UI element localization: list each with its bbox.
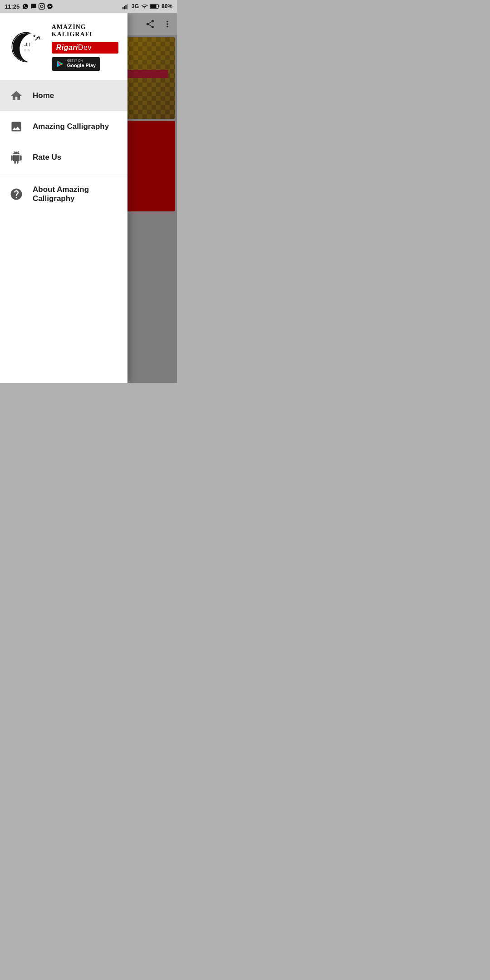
svg-rect-6 bbox=[150, 5, 156, 8]
rigari-text: RigariDev bbox=[56, 44, 92, 51]
svg-rect-1 bbox=[124, 6, 125, 9]
home-icon-container bbox=[9, 88, 24, 103]
drawer-menu: Home Amazing Calligraphy Rate Us bbox=[0, 80, 127, 383]
get-it-on-text: GET IT ON bbox=[67, 59, 96, 63]
amazing-calligraphy-label: Amazing Calligraphy bbox=[33, 122, 109, 131]
google-play-text: GET IT ON Google Play bbox=[67, 59, 96, 69]
navigation-drawer: الله ☆ ☆ ★ AMAZING KALIGRAFI RigariDev bbox=[0, 13, 127, 383]
svg-rect-5 bbox=[158, 5, 159, 8]
store-name-text: Google Play bbox=[67, 63, 96, 69]
google-play-icon bbox=[56, 60, 64, 68]
app-logo: الله ☆ ☆ ★ bbox=[9, 27, 44, 68]
drawer-header: الله ☆ ☆ ★ AMAZING KALIGRAFI RigariDev bbox=[0, 13, 127, 80]
chat-icon bbox=[30, 3, 37, 10]
wifi-icon bbox=[141, 3, 148, 10]
drawer-header-right: AMAZING KALIGRAFI RigariDev bbox=[52, 24, 118, 71]
menu-item-rate-us[interactable]: Rate Us bbox=[0, 142, 127, 173]
signal-icon bbox=[122, 3, 130, 10]
whatsapp-icon bbox=[22, 3, 29, 10]
app-title: AMAZING KALIGRAFI bbox=[52, 24, 118, 38]
status-icons bbox=[22, 3, 53, 10]
home-icon bbox=[10, 89, 23, 102]
svg-rect-2 bbox=[125, 5, 126, 10]
help-icon-container bbox=[9, 187, 24, 201]
status-time: 11:25 bbox=[5, 3, 20, 10]
network-type: 3G bbox=[132, 3, 139, 10]
menu-item-amazing-calligraphy[interactable]: Amazing Calligraphy bbox=[0, 111, 127, 142]
menu-item-home[interactable]: Home bbox=[0, 80, 127, 111]
photo-icon bbox=[10, 120, 23, 133]
status-right: 3G 80% bbox=[122, 3, 172, 10]
svg-rect-0 bbox=[122, 7, 123, 10]
menu-divider bbox=[0, 175, 127, 175]
battery-icon bbox=[150, 3, 160, 10]
instagram-icon bbox=[39, 3, 45, 10]
android-icon bbox=[10, 151, 23, 164]
messenger-icon bbox=[47, 3, 53, 10]
svg-text:الله: الله bbox=[24, 42, 30, 47]
android-icon-container bbox=[9, 150, 24, 165]
home-label: Home bbox=[33, 91, 54, 100]
photo-icon-container bbox=[9, 119, 24, 134]
status-bar: 11:25 3G bbox=[0, 0, 177, 13]
menu-item-about[interactable]: About Amazing Calligraphy bbox=[0, 177, 127, 211]
help-icon bbox=[10, 187, 23, 201]
battery-percent: 80% bbox=[162, 3, 172, 10]
rate-us-label: Rate Us bbox=[33, 153, 61, 162]
svg-text:☆ ☆: ☆ ☆ bbox=[24, 49, 30, 52]
google-play-badge[interactable]: GET IT ON Google Play bbox=[52, 57, 101, 71]
rigari-badge: RigariDev bbox=[52, 42, 118, 54]
about-label: About Amazing Calligraphy bbox=[33, 185, 118, 203]
screen: Dev الله ☆ ☆ ★ AMAZING KALI bbox=[0, 13, 177, 383]
status-left: 11:25 bbox=[5, 3, 53, 10]
svg-text:★: ★ bbox=[33, 34, 36, 38]
svg-rect-3 bbox=[127, 4, 128, 9]
